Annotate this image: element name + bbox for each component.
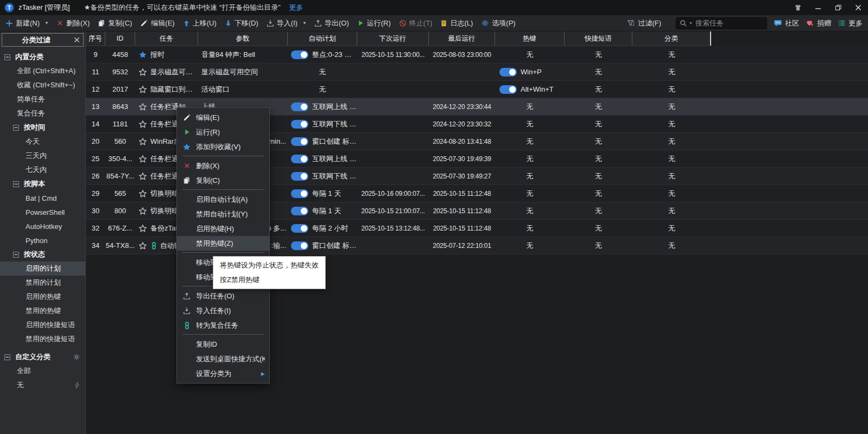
- sidebar-item-enabled-hotkeys[interactable]: 启用的热键: [0, 290, 85, 304]
- sidebar-close-icon[interactable]: [70, 37, 83, 43]
- delete-button[interactable]: 删除(X): [56, 18, 90, 28]
- edit-button[interactable]: 编辑(E): [140, 18, 174, 28]
- star-outline-icon[interactable]: [138, 155, 147, 163]
- menu-add-favorite[interactable]: 添加到收藏(V): [177, 139, 269, 154]
- sidebar-item-autohotkey[interactable]: AutoHotkey: [0, 219, 85, 233]
- star-outline-icon[interactable]: [138, 241, 147, 250]
- gear-gray-icon[interactable]: [73, 353, 80, 361]
- plan-toggle[interactable]: [291, 241, 308, 250]
- sidebar-item-python[interactable]: Python: [0, 233, 85, 247]
- new-dropdown[interactable]: ▼: [45, 21, 49, 25]
- sidebar-item-enabled-plans[interactable]: 启用的计划: [0, 261, 85, 276]
- menu-run[interactable]: 运行(R): [177, 125, 269, 139]
- import-dropdown[interactable]: ▼: [302, 21, 307, 25]
- collapse-icon[interactable]: −: [13, 125, 19, 131]
- sidebar-item-custom-none[interactable]: 无: [0, 378, 85, 392]
- move-down-button[interactable]: 下移(D): [225, 18, 258, 28]
- menu-send-to-desktop[interactable]: 发送到桌面快捷方式(K): [177, 352, 269, 366]
- lightning-gray-icon[interactable]: [74, 381, 80, 390]
- plan-toggle[interactable]: [291, 120, 308, 129]
- menu-edit[interactable]: 编辑(E): [177, 110, 269, 125]
- sidebar-item-builtin-categories[interactable]: −内置分类: [0, 50, 85, 64]
- search-input[interactable]: [694, 18, 763, 28]
- menu-copy-id[interactable]: 复制ID: [177, 337, 269, 352]
- menu-import-task[interactable]: 导入任务(I): [177, 303, 269, 318]
- import-button[interactable]: 导入(I): [267, 18, 297, 28]
- restore-button[interactable]: [828, 0, 848, 15]
- sidebar-item-disabled-hotkeys[interactable]: 禁用的热键: [0, 304, 85, 318]
- star-outline-icon[interactable]: [138, 68, 147, 76]
- hotkey-toggle[interactable]: [499, 68, 517, 76]
- search-box[interactable]: ▼: [676, 17, 767, 29]
- hotkey-toggle[interactable]: [499, 85, 517, 94]
- star-outline-icon[interactable]: [138, 189, 147, 198]
- menu-copy[interactable]: 复制(C): [177, 173, 269, 188]
- star-outline-icon[interactable]: [138, 137, 147, 146]
- run-button[interactable]: 运行(R): [357, 18, 391, 28]
- sidebar-item-powershell[interactable]: PowserShell: [0, 205, 85, 219]
- column-header-任务[interactable]: 任务: [135, 31, 198, 46]
- plan-toggle[interactable]: [291, 224, 308, 233]
- star-outline-icon[interactable]: [138, 224, 147, 233]
- sidebar-item-bat-cmd[interactable]: Bat | Cmd: [0, 191, 85, 205]
- star-outline-icon[interactable]: [138, 207, 147, 215]
- menu-disable-hotkey[interactable]: 禁用热键(Z): [177, 236, 269, 251]
- column-header-ID[interactable]: ID: [105, 31, 135, 46]
- sidebar-item-within-7-days[interactable]: 七天内: [0, 163, 85, 177]
- menu-enable-plan[interactable]: 启用自动计划(A): [177, 192, 269, 207]
- sidebar-item-within-3-days[interactable]: 三天内: [0, 149, 85, 163]
- plan-toggle[interactable]: [291, 50, 308, 59]
- column-header-下次运行[interactable]: 下次运行: [357, 31, 429, 46]
- sidebar-item-enabled-phrases[interactable]: 启用的快捷短语: [0, 318, 85, 332]
- plan-toggle[interactable]: [291, 137, 308, 146]
- star-outline-icon[interactable]: [138, 120, 147, 129]
- sidebar-item-custom-categories[interactable]: −自定义分类: [0, 350, 85, 364]
- star-outline-icon[interactable]: [138, 103, 147, 111]
- sidebar-item-today[interactable]: 今天: [0, 135, 85, 149]
- close-button[interactable]: [848, 0, 868, 15]
- column-header-序号[interactable]: 序号: [86, 31, 105, 46]
- sidebar-item-all-tasks[interactable]: 全部 (Ctrl+Shift+A): [0, 64, 85, 78]
- options-button[interactable]: 选项(P): [481, 18, 515, 28]
- sidebar-item-custom-all[interactable]: 全部: [0, 364, 85, 378]
- plan-toggle[interactable]: [291, 207, 308, 215]
- sidebar-item-disabled-phrases[interactable]: 禁用的快捷短语: [0, 332, 85, 346]
- sidebar-item-by-script[interactable]: −按脚本: [0, 177, 85, 191]
- community-button[interactable]: 社区: [774, 18, 799, 28]
- export-button[interactable]: 导出(O): [314, 18, 349, 28]
- plan-toggle[interactable]: [291, 155, 308, 163]
- theme-skin-icon[interactable]: [788, 0, 808, 15]
- plan-toggle[interactable]: [291, 103, 308, 111]
- menu-delete[interactable]: 删除(X): [177, 158, 269, 173]
- collapse-icon[interactable]: −: [4, 354, 10, 360]
- menu-set-category[interactable]: 设置分类为▶: [177, 366, 269, 381]
- column-header-热键[interactable]: 热键: [495, 31, 565, 46]
- notice-more-link[interactable]: 更多: [289, 3, 303, 12]
- plan-toggle[interactable]: [291, 189, 308, 198]
- menu-export-task[interactable]: 导出任务(O): [177, 289, 269, 303]
- plan-toggle[interactable]: [291, 172, 308, 181]
- star-outline-icon[interactable]: [138, 85, 147, 94]
- sidebar-item-favorites[interactable]: 收藏 (Ctrl+Shift+~): [0, 78, 85, 92]
- search-scope-caret-icon[interactable]: ▼: [689, 21, 693, 25]
- menu-to-composite[interactable]: 转为复合任务: [177, 318, 269, 333]
- log-button[interactable]: 日志(L): [440, 18, 473, 28]
- move-up-button[interactable]: 上移(U): [183, 18, 217, 28]
- table-row[interactable]: 94458报时音量84 钟声: Bell整点:0-23 半点:...2025-1…: [86, 46, 868, 63]
- collapse-icon[interactable]: −: [13, 252, 19, 258]
- sidebar-item-by-time[interactable]: −按时间: [0, 120, 85, 135]
- more-button[interactable]: 更多: [838, 18, 863, 28]
- table-row[interactable]: 122017隐藏窗口到托盘活动窗口无Alt+Win+T无无: [86, 81, 868, 98]
- menu-enable-hotkey[interactable]: 启用热键(H): [177, 221, 269, 236]
- stop-button[interactable]: 终止(T): [399, 18, 433, 28]
- column-header-自动计划[interactable]: 自动计划: [288, 31, 357, 46]
- collapse-icon[interactable]: −: [13, 181, 19, 187]
- star-filled-icon[interactable]: [138, 50, 147, 59]
- star-outline-icon[interactable]: [138, 172, 147, 181]
- collapse-icon[interactable]: −: [4, 54, 10, 60]
- column-header-快捷短语[interactable]: 快捷短语: [565, 31, 632, 46]
- new-button[interactable]: 新建(N): [5, 18, 40, 28]
- column-header-分类[interactable]: 分类: [632, 31, 711, 46]
- column-header-最后运行[interactable]: 最后运行: [429, 31, 495, 46]
- sidebar-item-disabled-plans[interactable]: 禁用的计划: [0, 276, 85, 290]
